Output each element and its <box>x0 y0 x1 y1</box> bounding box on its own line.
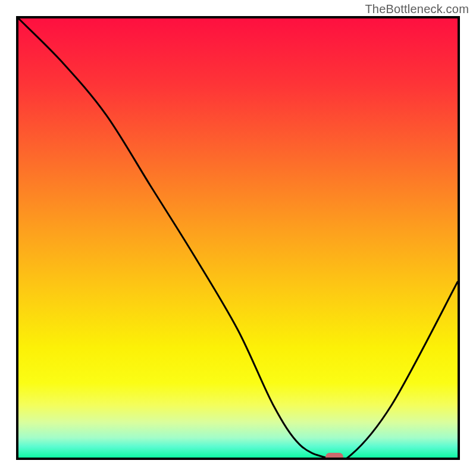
watermark-text: TheBottleneck.com <box>365 2 469 16</box>
optimal-marker <box>325 453 343 460</box>
chart-plot-area <box>16 16 460 460</box>
chart-curve <box>18 18 458 458</box>
